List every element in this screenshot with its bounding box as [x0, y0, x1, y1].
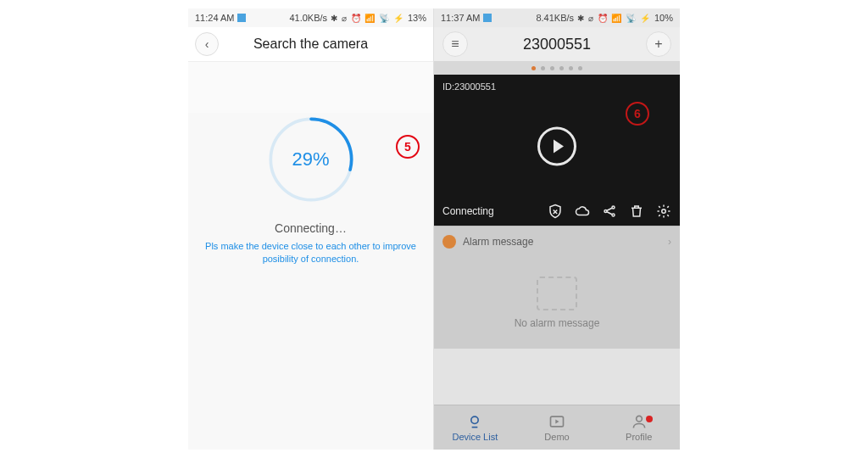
- status-square-icon: [483, 14, 492, 22]
- chevron-right-icon: ›: [668, 236, 671, 248]
- phone-screen-device-list: 11:37 AM 8.41KB/s ✱ ⌀ ⏰ 📶 📡 ⚡ 10% ≡ 2300…: [434, 8, 680, 450]
- page-dot[interactable]: [559, 66, 564, 70]
- svg-point-2: [604, 210, 607, 213]
- shield-x-icon[interactable]: [548, 204, 563, 219]
- svg-point-4: [612, 214, 615, 216]
- status-time: 11:37 AM: [441, 13, 480, 23]
- notification-badge: [646, 416, 653, 422]
- video-id-label: ID:23000551: [442, 81, 496, 92]
- play-button[interactable]: [537, 126, 576, 165]
- device-id-title: 23000551: [523, 36, 591, 53]
- status-square-icon: [237, 14, 246, 22]
- page-dot[interactable]: [550, 66, 554, 70]
- bell-icon: [442, 235, 456, 249]
- alarm-empty-state: No alarm message: [434, 257, 680, 349]
- page-dot[interactable]: [541, 66, 545, 70]
- status-icons: ✱ ⌀ ⏰ 📶 📡 ⚡: [331, 14, 404, 23]
- trash-icon[interactable]: [629, 204, 644, 219]
- tab-device-list[interactable]: Device List: [434, 405, 516, 450]
- progress-ring: 29%: [264, 113, 358, 206]
- tab-label: Profile: [626, 432, 652, 442]
- page-title: Search the camera: [188, 36, 433, 52]
- menu-button[interactable]: ≡: [442, 31, 468, 57]
- alarm-message-header[interactable]: Alarm message ›: [434, 226, 680, 257]
- tab-label: Device List: [452, 432, 498, 442]
- status-battery: 13%: [408, 13, 426, 23]
- annotation-5: 5: [396, 135, 420, 159]
- status-net: 41.0KB/s: [289, 13, 327, 23]
- connection-hint: Pls make the device close to each other …: [188, 240, 433, 266]
- status-bar: 11:24 AM 41.0KB/s ✱ ⌀ ⏰ 📶 📡 ⚡ 13%: [188, 8, 433, 27]
- tab-demo[interactable]: Demo: [516, 405, 598, 450]
- share-icon[interactable]: [602, 204, 617, 219]
- status-icons: ✱ ⌀ ⏰ 📶 📡 ⚡: [577, 14, 651, 23]
- search-content: 29% Connecting… Pls make the device clos…: [188, 113, 433, 450]
- status-time: 11:24 AM: [195, 13, 234, 23]
- cloud-icon[interactable]: [575, 204, 590, 219]
- bottom-tab-bar: Device List Demo Profile: [434, 405, 680, 450]
- camera-icon: [466, 413, 483, 430]
- svg-point-6: [471, 416, 478, 423]
- svg-point-5: [662, 210, 666, 214]
- page-dots: [434, 61, 680, 75]
- status-net: 8.41KB/s: [536, 13, 574, 23]
- tab-label: Demo: [544, 432, 569, 442]
- play-rect-icon: [548, 413, 565, 430]
- page-dot[interactable]: [569, 66, 573, 70]
- page-dot[interactable]: [531, 66, 536, 70]
- gear-icon[interactable]: [656, 204, 671, 219]
- phone-screen-search-camera: 11:24 AM 41.0KB/s ✱ ⌀ ⏰ 📶 📡 ⚡ 13% ‹ Sear…: [188, 8, 434, 450]
- connecting-label: Connecting…: [188, 221, 433, 235]
- status-bar: 11:37 AM 8.41KB/s ✱ ⌀ ⏰ 📶 📡 ⚡ 10%: [434, 8, 680, 27]
- alarm-header-label: Alarm message: [463, 236, 533, 248]
- add-button[interactable]: +: [646, 31, 671, 57]
- video-preview-card: ID:23000551 Connecting 6: [434, 75, 680, 226]
- header-bar: ≡ 23000551 +: [434, 27, 680, 61]
- annotation-6: 6: [626, 102, 649, 126]
- svg-point-3: [612, 206, 615, 209]
- tab-profile[interactable]: Profile: [598, 405, 680, 450]
- no-alarm-label: No alarm message: [515, 317, 600, 329]
- video-status-label: Connecting: [442, 205, 494, 217]
- status-battery: 10%: [654, 13, 673, 23]
- empty-illustration: [537, 277, 577, 310]
- svg-point-8: [636, 416, 642, 422]
- header-bar: ‹ Search the camera: [188, 27, 433, 62]
- page-dot[interactable]: [578, 66, 582, 70]
- person-icon: [631, 413, 648, 430]
- progress-percent: 29%: [264, 113, 358, 206]
